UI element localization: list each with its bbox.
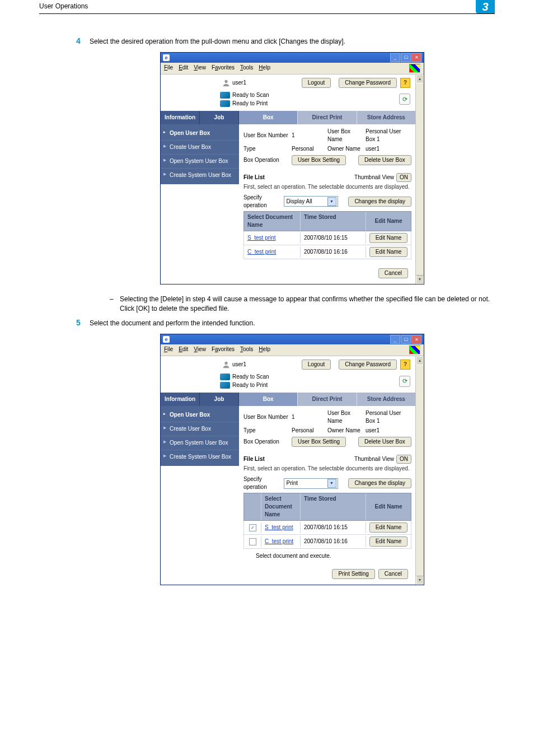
menu-favorites[interactable]: Favorites [212,64,235,73]
print-setting-button[interactable]: Print Setting [332,569,374,579]
delete-user-box-button[interactable]: Delete User Box [358,155,411,165]
lbl-box-operation: Box Operation [243,438,288,446]
edit-name-button[interactable]: Edit Name [369,247,408,257]
cell-time: 2007/08/10 16:16 [301,536,366,547]
delete-user-box-button[interactable]: Delete User Box [358,437,411,447]
user-box-setting-button[interactable]: User Box Setting [292,155,346,165]
thumbnail-on-button[interactable]: ON [396,455,411,464]
tab-direct-print[interactable]: Direct Print [298,393,357,406]
specify-operation-select[interactable]: Print ▼ [284,478,338,489]
vertical-scrollbar[interactable]: ▲ ▼ [415,74,424,284]
throbber-icon [409,346,420,354]
status-scan: Ready to Scan [232,373,269,381]
window-maximize[interactable]: ☐ [401,53,411,62]
status-print: Ready to Print [232,100,268,108]
tab-box[interactable]: Box [239,393,298,406]
username-label: user1 [232,361,246,368]
tab-box[interactable]: Box [239,111,298,124]
username-label: user1 [232,79,246,87]
window-minimize[interactable]: _ [390,53,400,62]
refresh-button[interactable]: ⟳ [399,376,410,387]
user-icon [222,361,230,368]
row-checkbox[interactable]: ✓ [249,524,256,531]
menu-file[interactable]: File [164,346,173,354]
menu-view[interactable]: View [194,346,206,354]
window-close[interactable]: ✕ [411,335,421,344]
help-button[interactable]: ? [400,360,410,370]
menu-view[interactable]: View [194,64,206,73]
menu-favorites[interactable]: Favorites [212,346,235,354]
scroll-up-button[interactable]: ▲ [416,356,424,365]
section-number-badge: 3 [476,0,495,13]
browser-window: e _ ☐ ✕ File Edit View Favorites Tools H… [160,52,424,284]
lbl-box-operation: Box Operation [243,156,288,164]
scroll-down-button[interactable]: ▼ [416,275,424,284]
cell-time: 2007/08/10 16:15 [301,522,366,533]
cancel-button[interactable]: Cancel [378,268,408,278]
table-row: C_test print 2007/08/10 16:16 Edit Name [243,245,411,259]
menu-file[interactable]: File [164,64,173,73]
menu-help[interactable]: Help [259,64,270,73]
bullet-dash: – [110,295,114,304]
nav-open-user-box[interactable]: Open User Box [161,408,239,422]
user-box-setting-button[interactable]: User Box Setting [292,437,346,447]
th-edit-name: Edit Name [366,212,411,231]
nav-create-user-box[interactable]: Create User Box [161,422,239,436]
tab-information[interactable]: Information [161,393,200,406]
thumbnail-on-button[interactable]: ON [396,173,411,182]
menu-edit[interactable]: Edit [179,346,188,354]
menu-help[interactable]: Help [259,346,270,354]
tab-store-address[interactable]: Store Address [357,393,416,406]
step4-note: Selecting the [Delete] in step 4 will ca… [120,295,490,312]
browser-window: e _ ☐ ✕ File Edit View Favorites Tools H… [160,334,424,585]
nav-create-system-user-box[interactable]: Create System User Box [161,450,239,464]
tab-information[interactable]: Information [161,111,200,124]
status-print: Ready to Print [232,381,268,389]
doc-link[interactable]: S_test print [247,235,276,241]
scroll-up-button[interactable]: ▲ [416,74,424,83]
svg-point-0 [224,80,227,83]
step-text: Select the document and perform the inte… [90,319,255,327]
lbl-specify-operation: Specify operation [243,475,280,491]
lbl-user-box-number: User Box Number [243,413,292,421]
menu-tools[interactable]: Tools [240,64,253,73]
select-document-note: Select document and execute. [239,549,416,560]
changes-the-display-button[interactable]: Changes the display [348,478,411,488]
logout-button[interactable]: Logout [302,360,331,370]
cancel-button[interactable]: Cancel [378,569,408,579]
doc-link[interactable]: C_test print [247,249,276,255]
nav-open-user-box[interactable]: Open User Box [161,127,239,141]
tab-job[interactable]: Job [200,393,239,406]
tab-job[interactable]: Job [200,111,239,124]
scroll-down-button[interactable]: ▼ [416,576,424,585]
window-close[interactable]: ✕ [411,53,421,62]
menu-edit[interactable]: Edit [179,64,188,73]
menu-tools[interactable]: Tools [240,346,253,354]
nav-open-system-user-box[interactable]: Open System User Box [161,436,239,450]
ie-icon: e [163,336,170,343]
val-type: Personal [292,145,327,153]
nav-create-system-user-box[interactable]: Create System User Box [161,169,239,182]
change-password-button[interactable]: Change Password [339,78,397,88]
tab-direct-print[interactable]: Direct Print [298,111,357,124]
tab-store-address[interactable]: Store Address [357,111,416,124]
window-maximize[interactable]: ☐ [401,335,411,344]
edit-name-button[interactable]: Edit Name [369,536,408,547]
window-minimize[interactable]: _ [390,335,400,344]
vertical-scrollbar[interactable]: ▲ ▼ [415,356,424,585]
refresh-button[interactable]: ⟳ [399,94,410,105]
specify-operation-select[interactable]: Display All ▼ [284,196,338,207]
edit-name-button[interactable]: Edit Name [369,522,408,533]
table-row: S_test print 2007/08/10 16:15 Edit Name [243,231,411,245]
doc-link[interactable]: S_test print [265,524,293,530]
nav-create-user-box[interactable]: Create User Box [161,141,239,155]
edit-name-button[interactable]: Edit Name [369,233,408,243]
changes-the-display-button[interactable]: Changes the display [348,197,411,207]
doc-link[interactable]: C_test print [265,538,293,544]
change-password-button[interactable]: Change Password [339,360,397,370]
row-checkbox[interactable] [249,538,256,545]
nav-open-system-user-box[interactable]: Open System User Box [161,155,239,169]
table-row: ✓ S_test print 2007/08/10 16:15 Edit Nam… [243,521,411,535]
logout-button[interactable]: Logout [302,78,331,88]
help-button[interactable]: ? [400,78,410,88]
